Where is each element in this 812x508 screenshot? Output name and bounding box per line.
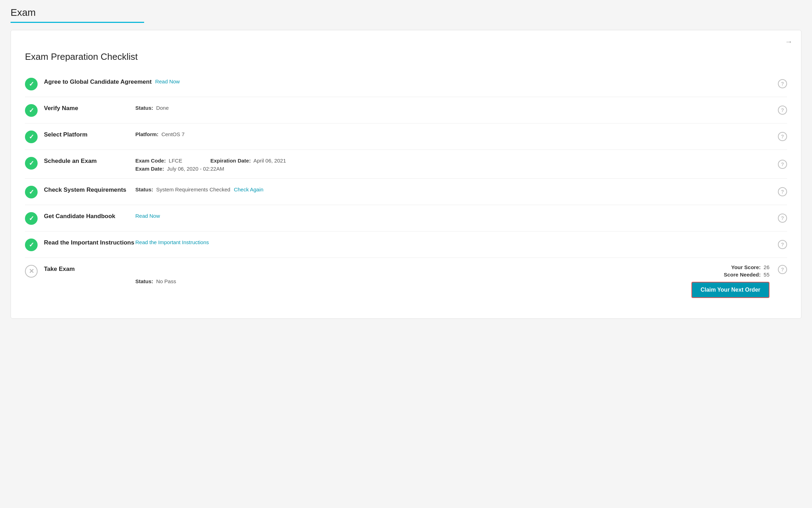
item-details-verify: Status: Done bbox=[135, 103, 787, 111]
score-area: Your Score: 26 Score Needed: 55 Claim Yo… bbox=[691, 264, 769, 298]
exam-code: Exam Code: LFCE bbox=[135, 158, 182, 164]
help-icon-instructions[interactable]: ? bbox=[778, 240, 787, 249]
checklist-title: Exam Preparation Checklist bbox=[25, 51, 787, 62]
page-title: Exam bbox=[11, 7, 144, 23]
your-score-row: Your Score: 26 bbox=[731, 264, 769, 270]
check-icon-verify: ✓ bbox=[25, 104, 38, 117]
check-icon-agree: ✓ bbox=[25, 78, 38, 90]
read-now-link-agree[interactable]: Read Now bbox=[155, 78, 180, 84]
item-label-agree: Agree to Global Candidate Agreement bbox=[44, 78, 152, 85]
status-system: Status: System Requirements Checked bbox=[135, 186, 230, 192]
item-details-platform: Platform: CentOS 7 bbox=[135, 130, 787, 137]
read-instructions-link[interactable]: Read the Important Instructions bbox=[135, 239, 209, 245]
check-icon-system: ✓ bbox=[25, 186, 38, 198]
page-header: Exam bbox=[11, 7, 801, 23]
item-details-system: Status: System Requirements Checked Chec… bbox=[135, 185, 787, 192]
checklist-item-platform: ✓ Select Platform Platform: CentOS 7 ? bbox=[25, 123, 787, 150]
checklist-item-schedule: ✓ Schedule an Exam Exam Code: LFCE Expir… bbox=[25, 150, 787, 179]
exam-date: Exam Date: July 06, 2020 - 02:22AM bbox=[135, 166, 224, 172]
item-label-take-exam: Take Exam bbox=[44, 266, 135, 273]
read-now-link-handbook[interactable]: Read Now bbox=[135, 213, 160, 219]
status-platform: Platform: CentOS 7 bbox=[135, 131, 185, 137]
check-again-link[interactable]: Check Again bbox=[234, 186, 263, 192]
score-needed-row: Score Needed: 55 bbox=[724, 272, 769, 278]
main-card: → Exam Preparation Checklist ✓ Agree to … bbox=[11, 30, 801, 319]
help-icon-schedule[interactable]: ? bbox=[778, 160, 787, 169]
take-exam-details: Status: No Pass Your Score: 26 Score Nee… bbox=[135, 264, 787, 298]
claim-next-order-button[interactable]: Claim Your Next Order bbox=[691, 282, 769, 298]
item-label-system: Check System Requirements bbox=[44, 186, 135, 193]
item-details-schedule: Exam Code: LFCE Expiration Date: April 0… bbox=[135, 156, 787, 172]
checklist-item-system: ✓ Check System Requirements Status: Syst… bbox=[25, 179, 787, 205]
help-icon-take-exam[interactable]: ? bbox=[778, 265, 787, 274]
help-icon-verify[interactable]: ? bbox=[778, 106, 787, 115]
schedule-row1: Exam Code: LFCE Expiration Date: April 0… bbox=[135, 158, 286, 164]
item-label-handbook: Get Candidate Handbook bbox=[44, 213, 135, 220]
next-arrow-icon[interactable]: → bbox=[785, 37, 793, 46]
schedule-row2: Exam Date: July 06, 2020 - 02:22AM bbox=[135, 166, 224, 172]
expiration-date: Expiration Date: April 06, 2021 bbox=[210, 158, 286, 164]
help-icon-system[interactable]: ? bbox=[778, 187, 787, 196]
cross-icon-take-exam: ✕ bbox=[25, 265, 38, 278]
check-icon-instructions: ✓ bbox=[25, 239, 38, 251]
status-verify: Status: Done bbox=[135, 105, 169, 111]
checklist-item-verify: ✓ Verify Name Status: Done ? bbox=[25, 97, 787, 123]
help-icon-platform[interactable]: ? bbox=[778, 132, 787, 141]
check-icon-handbook: ✓ bbox=[25, 212, 38, 225]
check-icon-schedule: ✓ bbox=[25, 157, 38, 170]
checklist-item-agree: ✓ Agree to Global Candidate Agreement Re… bbox=[25, 71, 787, 97]
item-label-verify: Verify Name bbox=[44, 105, 135, 112]
help-icon-agree[interactable]: ? bbox=[778, 79, 787, 88]
checklist-item-handbook: ✓ Get Candidate Handbook Read Now ? bbox=[25, 205, 787, 231]
checklist-item-instructions: ✓ Read the Important Instructions Read t… bbox=[25, 231, 787, 258]
help-icon-handbook[interactable]: ? bbox=[778, 214, 787, 223]
item-label-instructions: Read the Important Instructions bbox=[44, 239, 135, 246]
item-details-instructions: Read the Important Instructions bbox=[135, 238, 787, 245]
item-label-schedule: Schedule an Exam bbox=[44, 158, 135, 165]
status-take-exam: Status: No Pass bbox=[135, 278, 176, 284]
item-details-agree: Read Now bbox=[152, 77, 787, 84]
item-label-platform: Select Platform bbox=[44, 131, 135, 138]
check-icon-platform: ✓ bbox=[25, 131, 38, 143]
checklist-item-take-exam: ✕ Take Exam Status: No Pass Your Score: … bbox=[25, 258, 787, 304]
item-details-handbook: Read Now bbox=[135, 211, 787, 219]
